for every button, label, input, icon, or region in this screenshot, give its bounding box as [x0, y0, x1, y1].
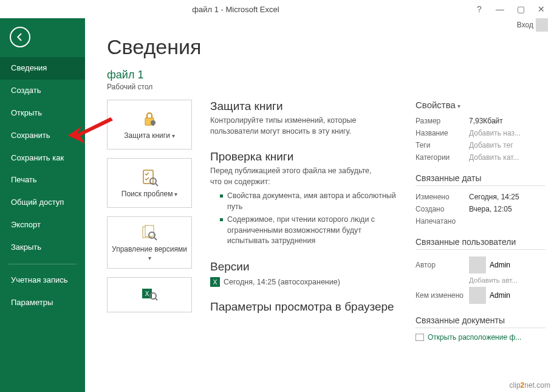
prop-title[interactable]: НазваниеДобавить наз...: [415, 127, 545, 139]
sidebar-item-save-as[interactable]: Сохранить как: [0, 147, 85, 170]
protect-desc: Контролируйте типы изменений, которые по…: [210, 115, 380, 137]
sidebar-item-open[interactable]: Открыть: [0, 102, 85, 125]
excel-file-icon: X: [210, 277, 220, 287]
lock-icon: [140, 109, 159, 129]
related-dates-heading: Связанные даты: [415, 173, 545, 186]
sidebar-separator: [9, 264, 77, 264]
svg-text:X: X: [213, 279, 217, 286]
manage-versions-button[interactable]: Управление версиями: [107, 216, 192, 269]
sidebar-item-export[interactable]: Экспорт: [0, 214, 85, 236]
excel-browser-icon: X: [140, 284, 159, 303]
prop-tags[interactable]: ТегиДобавить тег: [415, 139, 545, 151]
date-created: СозданоВчера, 12:05: [415, 203, 545, 215]
inspect-workbook-button[interactable]: Поиск проблем: [107, 158, 192, 208]
back-button[interactable]: [10, 27, 30, 47]
prop-categories[interactable]: КатегорииДобавить кат...: [415, 151, 545, 163]
related-docs-heading: Связанные документы: [415, 315, 545, 328]
svg-line-13: [156, 298, 157, 300]
versions-section: Версии X Сегодня, 14:25 (автосохранение): [210, 260, 397, 287]
window-title: файл 1 - Microsoft Excel: [0, 5, 471, 14]
sidebar-item-share[interactable]: Общий доступ: [0, 191, 85, 214]
open-file-location-link[interactable]: Открыть расположение ф...: [415, 333, 545, 342]
avatar-icon: [469, 256, 486, 273]
inspect-bullet: Содержимое, при чтении которого люди с о…: [220, 215, 397, 247]
minimize-button[interactable]: —: [492, 1, 508, 17]
watermark: clip2net.com: [510, 381, 550, 390]
page-title: Сведения: [107, 35, 554, 59]
versions-title: Версии: [210, 260, 397, 273]
folder-icon: [415, 334, 424, 341]
close-button[interactable]: ✕: [533, 1, 549, 17]
author-row: Автор Admin: [415, 255, 545, 275]
inspect-section: Проверка книги Перед публикацией этого ф…: [210, 150, 397, 247]
prop-size: Размер7,93Кбайт: [415, 115, 545, 127]
arrow-left-icon: [15, 32, 26, 43]
sidebar-item-options[interactable]: Параметры: [0, 292, 85, 314]
last-modified-by-row: Кем изменено Admin: [415, 285, 545, 306]
inspect-desc: Перед публикацией этого файла не забудьт…: [210, 166, 380, 187]
file-name: файл 1: [107, 69, 554, 81]
sidebar-item-info[interactable]: Сведения: [0, 57, 85, 80]
add-author-link[interactable]: Добавить авт...: [469, 275, 545, 285]
file-path: Рабочий стол: [107, 83, 554, 91]
protect-workbook-button[interactable]: Защита книги: [107, 100, 192, 150]
properties-panel: Свойства Размер7,93Кбайт НазваниеДобавит…: [415, 100, 554, 342]
help-button[interactable]: ?: [471, 1, 487, 17]
inspect-bullet: Свойства документа, имя автора и абсолют…: [220, 191, 397, 212]
sidebar-item-save[interactable]: Сохранить: [0, 125, 85, 147]
protect-section: Защита книги Контролируйте типы изменени…: [210, 100, 397, 137]
checklist-icon: [140, 168, 159, 187]
svg-rect-3: [143, 170, 153, 184]
related-users-heading: Связанные пользователи: [415, 237, 545, 250]
backstage-sidebar: Сведения Создать Открыть Сохранить Сохра…: [0, 18, 85, 392]
sidebar-item-print[interactable]: Печать: [0, 169, 85, 191]
svg-text:X: X: [145, 291, 149, 297]
browser-section: Параметры просмотра в браузере: [210, 300, 397, 314]
browser-title: Параметры просмотра в браузере: [210, 300, 397, 314]
version-entry[interactable]: X Сегодня, 14:25 (автосохранение): [210, 277, 397, 287]
protect-title: Защита книги: [210, 100, 397, 113]
sidebar-item-new[interactable]: Создать: [0, 80, 85, 102]
avatar-icon: [469, 287, 486, 304]
date-printed: Напечатано: [415, 215, 545, 227]
svg-rect-2: [152, 123, 154, 126]
properties-heading[interactable]: Свойства: [415, 100, 545, 110]
restore-button[interactable]: ▢: [513, 1, 528, 17]
main-panel: Сведения файл 1 Рабочий стол Защита книг…: [85, 18, 554, 392]
titlebar: файл 1 - Microsoft Excel ? — ▢ ✕: [0, 0, 554, 18]
sidebar-item-account[interactable]: Учетная запись: [0, 269, 85, 292]
date-modified: ИзмененоСегодня, 14:25: [415, 191, 545, 203]
svg-line-9: [154, 238, 157, 240]
inspect-title: Проверка книги: [210, 150, 397, 163]
versions-icon: [140, 223, 159, 242]
svg-line-5: [156, 184, 158, 186]
browser-view-button[interactable]: X: [107, 277, 192, 312]
sidebar-item-close[interactable]: Закрыть: [0, 236, 85, 259]
